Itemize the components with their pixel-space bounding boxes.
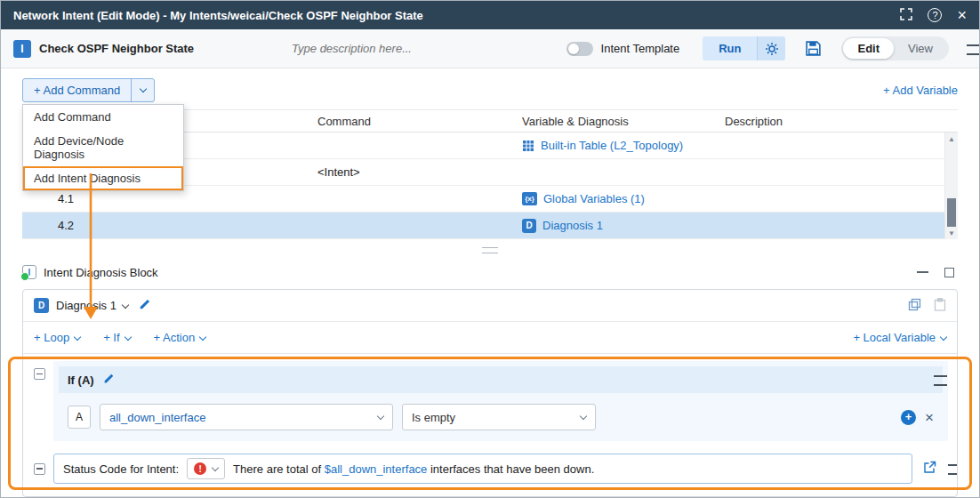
status-severity-select[interactable]: ! bbox=[187, 458, 225, 479]
add-condition-button[interactable]: + bbox=[901, 410, 916, 425]
add-command-dropdown-button[interactable] bbox=[131, 79, 154, 101]
global-variables-link[interactable]: Global Variables (1) bbox=[543, 192, 645, 205]
menu-item-add-intent-diagnosis[interactable]: Add Intent Diagnosis bbox=[23, 166, 183, 190]
edit-view-switch: Edit View bbox=[841, 36, 949, 60]
column-command: Command bbox=[317, 115, 522, 128]
add-command-split-button: + Add Command bbox=[22, 78, 155, 102]
diagnosis-link[interactable]: Diagnosis 1 bbox=[542, 219, 603, 232]
edit-if-button[interactable] bbox=[103, 373, 115, 387]
add-variable-link[interactable]: + Add Variable bbox=[883, 84, 958, 97]
rename-diagnosis-button[interactable] bbox=[139, 298, 151, 313]
open-status-editor-button[interactable] bbox=[923, 461, 936, 477]
status-message: There are total of $all_down_interface i… bbox=[233, 462, 594, 476]
if-block: If (A) A all_down_interface bbox=[53, 361, 948, 441]
table-icon bbox=[522, 140, 534, 152]
chevron-down-icon bbox=[124, 333, 131, 340]
add-command-dropdown-menu: Add Command Add Device/Node Diagnosis Ad… bbox=[22, 104, 184, 191]
block-actions-row: + Loop + If + Action + Local Variable bbox=[23, 322, 957, 354]
intent-icon: I bbox=[13, 40, 31, 58]
copy-icon bbox=[908, 298, 921, 311]
diagnosis-block-section-header: I Intent Diagnosis Block bbox=[22, 261, 958, 284]
intent-name: Check OSPF Neighbor State bbox=[39, 42, 194, 55]
intent-template-label: Intent Template bbox=[601, 42, 680, 55]
window-title: Network Intent (Edit Mode) - My Intents/… bbox=[13, 9, 423, 22]
section-title: Intent Diagnosis Block bbox=[44, 266, 158, 279]
add-if-button[interactable]: + If bbox=[103, 331, 130, 344]
status-message-variable: $all_down_interface bbox=[325, 462, 428, 476]
error-icon: ! bbox=[194, 462, 206, 475]
close-icon[interactable]: × bbox=[957, 7, 967, 23]
add-action-button[interactable]: + Action bbox=[154, 331, 206, 344]
external-link-icon bbox=[923, 461, 936, 474]
menu-item-add-command[interactable]: Add Command bbox=[23, 105, 183, 129]
scroll-up-icon[interactable]: ▲ bbox=[945, 133, 958, 145]
add-loop-button[interactable]: + Loop bbox=[34, 331, 80, 344]
condition-variable-select[interactable]: all_down_interface bbox=[100, 404, 393, 430]
column-variable-diagnosis: Variable & Diagnosis bbox=[522, 115, 725, 128]
chevron-down-icon[interactable] bbox=[122, 301, 129, 308]
diagnosis-block-area: If (A) A all_down_interface bbox=[23, 354, 957, 496]
help-icon[interactable]: ? bbox=[928, 8, 942, 22]
status-row: Status Code for Intent: ! There are tota… bbox=[32, 454, 948, 491]
condition-operator-select[interactable]: Is empty bbox=[402, 404, 596, 430]
titlebar: Network Intent (Edit Mode) - My Intents/… bbox=[1, 1, 979, 29]
collapse-if-icon[interactable] bbox=[34, 368, 45, 380]
network-intent-window: Network Intent (Edit Mode) - My Intents/… bbox=[0, 0, 980, 498]
paste-button[interactable] bbox=[934, 298, 946, 314]
diagnosis-icon: D bbox=[522, 219, 536, 233]
status-code-label: Status Code for Intent: bbox=[63, 462, 179, 476]
diagnosis-name: Diagnosis 1 bbox=[56, 299, 116, 312]
save-icon bbox=[805, 40, 822, 57]
description-input[interactable] bbox=[292, 42, 505, 55]
add-local-variable-button[interactable]: + Local Variable bbox=[853, 331, 946, 344]
save-button[interactable] bbox=[805, 40, 822, 57]
condition-row: A all_down_interface Is empty + × bbox=[59, 404, 943, 430]
minimize-icon[interactable] bbox=[917, 271, 928, 273]
remove-condition-icon[interactable]: × bbox=[925, 410, 934, 425]
menu-item-add-device-node-diagnosis[interactable]: Add Device/Node Diagnosis bbox=[23, 129, 183, 166]
copy-button[interactable] bbox=[908, 298, 921, 314]
intent-template-toggle[interactable] bbox=[566, 42, 593, 56]
column-description: Description bbox=[725, 115, 958, 128]
pencil-icon bbox=[103, 373, 115, 384]
tab-edit[interactable]: Edit bbox=[843, 38, 894, 59]
if-title: If (A) bbox=[68, 374, 94, 387]
command-bar: + Add Command + Add Variable bbox=[22, 77, 958, 102]
intent-diagnosis-panel: D Diagnosis 1 bbox=[22, 289, 958, 497]
maximize-icon[interactable] bbox=[944, 268, 954, 277]
status-code-box: Status Code for Intent: ! There are tota… bbox=[53, 454, 912, 484]
chevron-down-icon bbox=[199, 333, 206, 340]
if-header: If (A) bbox=[59, 366, 943, 393]
chevron-down-icon bbox=[940, 333, 947, 340]
collapse-status-icon[interactable] bbox=[34, 463, 45, 475]
run-settings-button[interactable] bbox=[757, 36, 785, 60]
global-variables-icon: {x} bbox=[522, 192, 537, 205]
add-command-button[interactable]: + Add Command bbox=[23, 79, 131, 101]
table-scrollbar[interactable]: ▲ ▼ bbox=[944, 133, 958, 239]
diagnosis-icon: D bbox=[34, 298, 49, 313]
scrollbar-thumb[interactable] bbox=[947, 198, 956, 227]
chevron-down-icon bbox=[212, 464, 219, 471]
clipboard-icon bbox=[934, 298, 946, 311]
table-row-selected[interactable]: 4.2 D Diagnosis 1 bbox=[22, 213, 944, 239]
toolbar: I Check OSPF Neighbor State Intent Templ… bbox=[1, 29, 979, 68]
splitter-grip-icon bbox=[482, 247, 498, 253]
condition-operand-label: A bbox=[68, 406, 91, 429]
builtin-table-link[interactable]: Built-in Table (L2_Topology) bbox=[541, 139, 683, 152]
diagnosis-panel-header: D Diagnosis 1 bbox=[23, 290, 957, 322]
expand-icon[interactable] bbox=[900, 8, 912, 23]
intent-diagnosis-block-icon: I bbox=[22, 265, 36, 279]
run-button[interactable]: Run bbox=[703, 36, 757, 60]
pencil-icon bbox=[139, 298, 151, 310]
chevron-down-icon bbox=[377, 413, 384, 420]
pane-splitter[interactable] bbox=[22, 239, 958, 261]
chevron-down-icon bbox=[580, 413, 587, 420]
gear-icon bbox=[765, 42, 779, 56]
tab-view[interactable]: View bbox=[894, 38, 947, 59]
chevron-down-icon bbox=[74, 333, 81, 340]
scroll-down-icon[interactable]: ▼ bbox=[945, 227, 958, 239]
chevron-down-icon bbox=[139, 85, 146, 92]
